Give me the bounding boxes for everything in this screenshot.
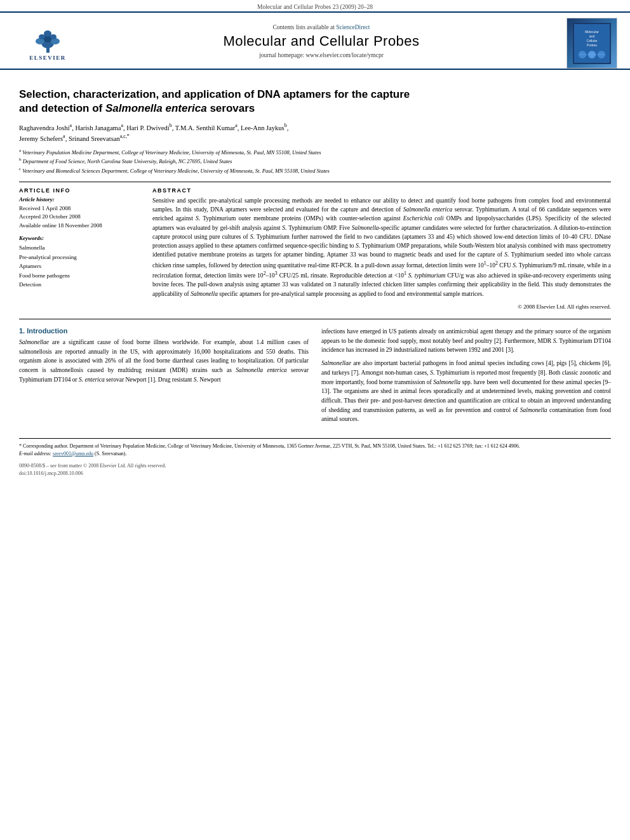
keyword-2: Pre-analytical processing <box>19 253 140 262</box>
elsevier-tree-icon <box>30 25 65 54</box>
journal-header: ELSEVIER Contents lists available at Sci… <box>0 11 630 70</box>
intro-heading: 1. Introduction <box>19 327 309 335</box>
accepted-date: Accepted 20 October 2008 <box>19 213 140 222</box>
journal-header-center: Contents lists available at ScienceDirec… <box>83 24 560 62</box>
journal-title: Molecular and Cellular Probes <box>83 33 560 50</box>
received-date: Received 1 April 2008 <box>19 204 140 213</box>
citation-bar: Molecular and Cellular Probes 23 (2009) … <box>0 0 630 11</box>
intro-left-text: Salmonellae are a significant cause of f… <box>19 338 309 385</box>
article-info-abstract: ARTICLE INFO Article history: Received 1… <box>19 187 611 310</box>
svg-point-6 <box>39 34 45 39</box>
intro-left-col: 1. Introduction Salmonellae are a signif… <box>19 327 309 428</box>
keywords-list: Salmonella Pre-analytical processing Apt… <box>19 243 140 289</box>
affiliation-b: b Department of Food Science, North Caro… <box>19 157 611 166</box>
abstract-col: ABSTRACT Sensitive and specific pre-anal… <box>152 187 611 310</box>
journal-citation: Molecular and Cellular Probes 23 (2009) … <box>257 4 373 10</box>
affiliation-a: a Veterinary Population Medicine Departm… <box>19 148 611 157</box>
journal-cover-icon: Molecular and Cellular Probes <box>573 23 611 64</box>
article-history-label: Article history: <box>19 196 140 203</box>
keyword-5: Detection <box>19 280 140 289</box>
article-info-col: ARTICLE INFO Article history: Received 1… <box>19 187 140 310</box>
main-content: Selection, characterization, and applica… <box>0 70 630 484</box>
keyword-4: Food borne pathogens <box>19 271 140 280</box>
svg-rect-0 <box>46 48 50 53</box>
svg-text:Molecular: Molecular <box>585 30 599 34</box>
affiliations: a Veterinary Population Medicine Departm… <box>19 148 611 175</box>
journal-logo-box: Molecular and Cellular Probes <box>566 18 617 69</box>
keywords-label: Keywords: <box>19 235 140 241</box>
article-title-section: Selection, characterization, and applica… <box>19 88 611 116</box>
footnote-email[interactable]: sreev001@umn.edu <box>53 451 93 457</box>
authors-line: Raghavendra Joshia, Harish Janagamaa, Ha… <box>19 122 611 144</box>
introduction-section: 1. Introduction Salmonellae are a signif… <box>19 327 611 428</box>
keyword-3: Aptamers <box>19 262 140 270</box>
intro-right-col: infections have emerged in US patients a… <box>321 327 611 428</box>
page-wrapper: Molecular and Cellular Probes 23 (2009) … <box>0 0 630 840</box>
svg-text:and: and <box>589 34 595 38</box>
sciencedirect-line: Contents lists available at ScienceDirec… <box>83 24 560 30</box>
footer-issn: 0890-8508/$ – see front matter © 2008 El… <box>19 462 611 470</box>
elsevier-text: ELSEVIER <box>29 55 66 61</box>
intro-right-text: infections have emerged in US patients a… <box>321 327 611 424</box>
footnote-email-label: E-mail address: <box>19 451 53 457</box>
footer-bottom: 0890-8508/$ – see front matter © 2008 El… <box>19 462 611 477</box>
copyright-line: © 2008 Elsevier Ltd. All rights reserved… <box>152 303 611 310</box>
sciencedirect-link[interactable]: ScienceDirect <box>336 24 370 30</box>
article-title: Selection, characterization, and applica… <box>19 88 611 116</box>
svg-text:Cellular: Cellular <box>587 39 598 43</box>
svg-point-3 <box>44 30 51 37</box>
elsevier-logo-area: ELSEVIER <box>13 25 83 61</box>
article-info-label: ARTICLE INFO <box>19 187 140 194</box>
introduction-two-col: 1. Introduction Salmonellae are a signif… <box>19 327 611 428</box>
abstract-text: Sensitive and specific pre-analytical sa… <box>152 196 611 298</box>
divider-2 <box>19 319 611 319</box>
affiliation-c: c Veterinary and Biomedical Sciences Dep… <box>19 166 611 175</box>
keyword-1: Salmonella <box>19 243 140 252</box>
footnote-content: Corresponding author. Department of Vete… <box>23 443 520 449</box>
footnote-text: * Corresponding author. Department of Ve… <box>19 443 611 457</box>
footer-doi: doi:10.1016/j.mcp.2008.10.006 <box>19 470 611 477</box>
abstract-label: ABSTRACT <box>152 187 611 194</box>
footnote-email-person: (S. Sreevatsan). <box>95 451 126 457</box>
journal-logo-right: Molecular and Cellular Probes <box>560 18 617 69</box>
footnote-area: * Corresponding author. Department of Ve… <box>19 438 611 457</box>
divider-1 <box>19 182 611 182</box>
journal-homepage: journal homepage: www.elsevier.com/locat… <box>83 52 560 58</box>
svg-point-7 <box>50 34 57 39</box>
svg-text:Probes: Probes <box>587 43 597 47</box>
available-date: Available online 18 November 2008 <box>19 222 140 230</box>
